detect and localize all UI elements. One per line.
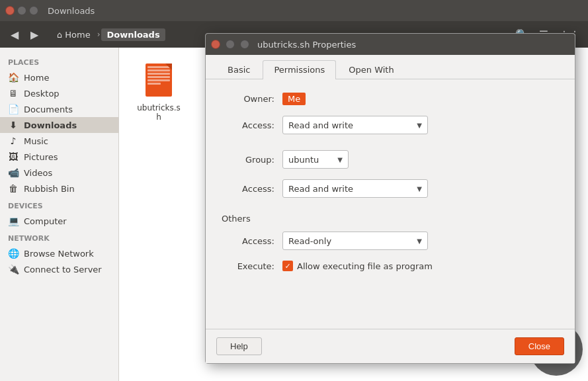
- execute-text: Allow executing file as program: [297, 261, 433, 271]
- others-access-label: Access:: [222, 236, 274, 246]
- execute-row: Execute: ✓ Allow executing file as progr…: [222, 261, 559, 271]
- file-manager-titlebar: Downloads: [0, 0, 588, 21]
- breadcrumb-downloads-label: Downloads: [106, 30, 159, 40]
- breadcrumb-downloads[interactable]: Downloads: [101, 28, 165, 41]
- dialog-maximize-button[interactable]: [240, 40, 249, 49]
- sidebar-item-connect-server[interactable]: 🔌 Connect to Server: [0, 261, 118, 277]
- trash-icon: 🗑: [8, 183, 19, 194]
- minimize-button[interactable]: [17, 6, 26, 15]
- sidebar-item-home[interactable]: 🏠 Home: [0, 69, 118, 85]
- help-button[interactable]: Help: [216, 337, 262, 355]
- nav-buttons: ◀ ▶: [5, 25, 44, 44]
- group-value: ubuntu: [288, 155, 319, 165]
- network-label: Network: [0, 229, 118, 245]
- sidebar-item-documents[interactable]: 📄 Documents: [0, 101, 118, 117]
- execute-label: Execute:: [222, 261, 274, 271]
- group-access-arrow-icon: ▼: [417, 185, 422, 192]
- places-label: Places: [0, 53, 118, 69]
- owner-access-select[interactable]: Read and write ▼: [282, 116, 428, 134]
- sidebar-item-rubbish[interactable]: 🗑 Rubbish Bin: [0, 181, 118, 196]
- breadcrumb-home[interactable]: ⌂ Home: [52, 28, 96, 41]
- owner-access-row: Access: Read and write ▼: [222, 116, 559, 134]
- sidebar-item-desktop[interactable]: 🖥 Desktop: [0, 85, 118, 101]
- properties-dialog: ubutricks.sh Properties Basic Permission…: [205, 33, 575, 364]
- owner-row: Owner: Me: [222, 93, 559, 105]
- owner-access-label: Access:: [222, 120, 274, 130]
- others-section-label: Others: [222, 214, 559, 224]
- music-icon: ♪: [8, 136, 19, 146]
- execute-checkbox[interactable]: ✓: [282, 261, 293, 271]
- dialog-title: ubutricks.sh Properties: [257, 40, 356, 50]
- maximize-button[interactable]: [29, 6, 38, 15]
- sidebar-item-documents-label: Documents: [24, 105, 73, 114]
- sidebar-item-pictures[interactable]: 🖼 Pictures: [0, 149, 118, 165]
- dialog-minimize-button[interactable]: [226, 40, 235, 49]
- home-icon: 🏠: [8, 72, 19, 83]
- others-access-value: Read-only: [288, 236, 331, 246]
- close-button[interactable]: [5, 6, 15, 15]
- others-access-select[interactable]: Read-only ▼: [282, 232, 428, 250]
- dialog-titlebar: ubutricks.sh Properties: [206, 34, 575, 55]
- network-icon: 🌐: [8, 248, 19, 259]
- owner-access-value: Read and write: [288, 120, 353, 130]
- file-icon-shell-script: [143, 64, 175, 101]
- group-arrow-icon: ▼: [337, 156, 343, 163]
- sidebar-item-downloads-label: Downloads: [24, 120, 77, 130]
- sidebar-item-downloads[interactable]: ⬇ Downloads: [0, 117, 118, 133]
- sidebar-item-connect-server-label: Connect to Server: [24, 265, 102, 275]
- owner-label: Owner:: [222, 94, 274, 104]
- breadcrumb-home-label: Home: [65, 30, 90, 40]
- sidebar-item-browse-network-label: Browse Network: [24, 249, 94, 259]
- pictures-icon: 🖼: [8, 151, 19, 162]
- group-access-label: Access:: [222, 184, 274, 194]
- execute-checkbox-group[interactable]: ✓ Allow executing file as program: [282, 261, 433, 271]
- sidebar-item-desktop-label: Desktop: [24, 89, 60, 99]
- back-button[interactable]: ◀: [5, 25, 24, 44]
- group-label: Group:: [222, 155, 274, 165]
- sidebar-item-videos[interactable]: 📹 Videos: [0, 165, 118, 181]
- close-dialog-button[interactable]: Close: [515, 337, 564, 355]
- sidebar-item-music-label: Music: [24, 136, 48, 146]
- group-access-select[interactable]: Read and write ▼: [282, 179, 428, 198]
- documents-icon: 📄: [8, 104, 19, 114]
- file-manager-title: Downloads: [48, 6, 95, 16]
- file-name-ubutricks: ubutricks.sh: [135, 103, 183, 122]
- group-access-row: Access: Read and write ▼: [222, 179, 559, 198]
- sidebar-item-home-label: Home: [24, 73, 49, 83]
- titlebar-buttons: [5, 6, 38, 15]
- sidebar-item-pictures-label: Pictures: [24, 152, 58, 162]
- sidebar-item-computer[interactable]: 💻 Computer: [0, 213, 118, 229]
- dialog-tabs: Basic Permissions Open With: [206, 55, 575, 79]
- dialog-body: Owner: Me Access: Read and write ▼ Group…: [206, 79, 575, 329]
- group-row: Group: ubuntu ▼: [222, 150, 559, 169]
- tab-permissions[interactable]: Permissions: [263, 60, 336, 79]
- desktop-icon: 🖥: [8, 88, 19, 99]
- tab-basic[interactable]: Basic: [216, 60, 261, 79]
- server-icon: 🔌: [8, 264, 19, 275]
- breadcrumb-separator: ›: [97, 30, 101, 39]
- sidebar-item-browse-network[interactable]: 🌐 Browse Network: [0, 245, 118, 261]
- videos-icon: 📹: [8, 167, 19, 178]
- computer-icon: 💻: [8, 216, 19, 226]
- group-select[interactable]: ubuntu ▼: [282, 150, 349, 169]
- others-access-row: Access: Read-only ▼: [222, 232, 559, 250]
- sidebar-item-computer-label: Computer: [24, 216, 67, 226]
- dialog-footer: Help Close: [206, 329, 575, 363]
- sidebar-item-rubbish-label: Rubbish Bin: [24, 184, 75, 194]
- group-access-value: Read and write: [288, 184, 353, 194]
- sidebar-item-music[interactable]: ♪ Music: [0, 133, 118, 149]
- sidebar: Places 🏠 Home 🖥 Desktop 📄 Documents ⬇ Do…: [0, 48, 119, 381]
- file-item-ubutricks[interactable]: ubutricks.sh: [132, 61, 185, 124]
- devices-label: Devices: [0, 196, 118, 213]
- home-icon: ⌂: [57, 30, 62, 40]
- sidebar-item-videos-label: Videos: [24, 168, 52, 178]
- owner-access-arrow-icon: ▼: [417, 122, 422, 129]
- others-access-arrow-icon: ▼: [417, 237, 422, 245]
- dialog-close-button[interactable]: [211, 40, 220, 49]
- downloads-icon: ⬇: [8, 120, 19, 130]
- owner-value: Me: [282, 93, 306, 105]
- tab-open-with[interactable]: Open With: [337, 60, 405, 79]
- forward-button[interactable]: ▶: [25, 25, 44, 44]
